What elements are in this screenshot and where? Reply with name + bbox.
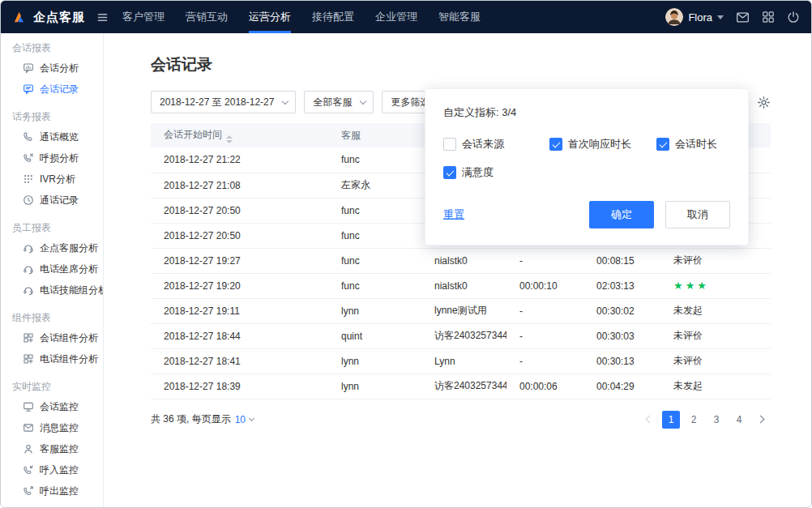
sidebar-item-label: IVR分析 — [40, 173, 75, 186]
sidebar-item[interactable]: 呼入监控 — [1, 459, 103, 480]
pager: 1234 — [639, 411, 771, 429]
page-title: 会话记录 — [151, 54, 771, 75]
prev-page-icon[interactable] — [639, 411, 657, 429]
table-row[interactable]: 2018-12-27 19:20funcnialstk000:00:1002:0… — [151, 273, 771, 298]
user-menu[interactable]: Flora — [665, 8, 724, 26]
cell-duration: 00:08:15 — [583, 248, 660, 273]
popup-title-label: 自定义指标: — [443, 106, 499, 118]
nav-item[interactable]: 营销互动 — [175, 1, 238, 33]
nav-item[interactable]: 企业管理 — [365, 1, 428, 33]
pagination-summary: 共 36 项, 每页显示 — [151, 412, 231, 426]
metric-option[interactable]: 会话来源 — [443, 137, 549, 152]
sidebar-item[interactable]: 呼出监控 — [1, 480, 103, 502]
sort-icon[interactable] — [226, 135, 233, 143]
sidebar-item[interactable]: 电话坐席分析 — [1, 258, 103, 280]
page-button[interactable]: 2 — [685, 411, 703, 429]
page-button[interactable]: 3 — [707, 411, 725, 429]
sidebar-item[interactable]: 企点客服分析 — [1, 237, 103, 258]
sidebar-item-label: 会话组件分析 — [40, 331, 98, 345]
phone-x-icon — [23, 152, 34, 164]
sidebar-item-label: 会话监控 — [40, 400, 79, 414]
chevron-down-icon — [282, 98, 288, 105]
reset-link[interactable]: 重置 — [443, 207, 464, 222]
message-icon — [23, 422, 34, 433]
sidebar-item[interactable]: 会话记录 — [1, 79, 103, 100]
checkbox-icon[interactable] — [443, 138, 456, 151]
custom-metrics-popup: 自定义指标: 3/4 会话来源首次响应时长会话时长满意度 重置 确定 取消 — [425, 88, 749, 245]
sidebar-item[interactable]: 通话记录 — [1, 190, 103, 211]
settings-gear-icon[interactable] — [757, 96, 771, 109]
chat-record-icon — [23, 83, 34, 95]
star-rating: ★★★ — [673, 280, 709, 292]
table-row[interactable]: 2018-12-27 19:27funcnialstk0-00:08:15未评价 — [151, 248, 771, 273]
table-row[interactable]: 2018-12-27 18:39lynn访客240325734400:00:06… — [151, 374, 771, 399]
sidebar-item[interactable]: 会话组件分析 — [1, 327, 103, 348]
nav-item[interactable]: 接待配置 — [301, 1, 365, 33]
sidebar-item[interactable]: IVR分析 — [1, 169, 103, 190]
metric-option-label: 首次响应时长 — [568, 137, 631, 152]
sidebar-item[interactable]: 电话组件分析 — [1, 348, 103, 369]
cell-start-time: 2018-12-27 19:11 — [151, 298, 328, 323]
chevron-down-icon — [360, 98, 366, 105]
table-row[interactable]: 2018-12-27 19:11lynnlynne测试用-00:30:02未发起 — [151, 298, 771, 323]
table-row[interactable]: 2018-12-27 18:41lynnLynn-00:30:13未评价 — [151, 348, 771, 374]
cell-satisfaction: 未评价 — [660, 323, 771, 348]
cell-agent: 左家永 — [328, 173, 421, 198]
nav-item[interactable]: 客户管理 — [112, 1, 175, 33]
cell-start-time: 2018-12-27 18:39 — [151, 374, 328, 399]
page-size-value: 10 — [235, 414, 246, 425]
sidebar-item[interactable]: 会话分析 — [1, 58, 103, 79]
cell-start-time: 2018-12-27 20:50 — [151, 198, 328, 223]
sidebar-item[interactable]: 电话技能组分析 — [1, 280, 103, 301]
logout-power-icon[interactable] — [787, 11, 800, 23]
date-range-select[interactable]: 2018-12-27 至 2018-12-27 — [151, 91, 296, 113]
nav-item[interactable]: 运营分析 — [238, 1, 301, 33]
cell-first-response: - — [506, 348, 583, 374]
page-size-select[interactable]: 10 — [235, 414, 254, 425]
cell-first-response: 00:00:10 — [506, 273, 583, 298]
cell-satisfaction: 未发起 — [660, 298, 771, 323]
confirm-button[interactable]: 确定 — [589, 201, 654, 228]
page-button[interactable]: 4 — [730, 411, 748, 429]
hamburger-menu-icon[interactable] — [96, 11, 109, 23]
sidebar-section-title: 会话报表 — [1, 41, 103, 55]
column-header: 客服 — [328, 123, 421, 147]
nav-item[interactable]: 智能客服 — [428, 1, 491, 33]
checkbox-icon[interactable] — [549, 138, 562, 151]
sidebar-item-label: 消息监控 — [40, 421, 79, 435]
sidebar: 会话报表会话分析会话记录话务报表通话概览呼损分析IVR分析通话记录员工报表企点客… — [1, 33, 104, 507]
sidebar-item[interactable]: 会话监控 — [1, 396, 103, 417]
component-icon — [23, 353, 34, 365]
agent-filter-value: 全部客服 — [313, 96, 352, 109]
page-button[interactable]: 1 — [662, 411, 680, 429]
cell-duration: 00:04:29 — [583, 374, 660, 399]
sidebar-item[interactable]: 客服监控 — [1, 438, 103, 459]
table-row[interactable]: 2018-12-27 18:44quint访客2403257344-00:30:… — [151, 323, 771, 348]
monitor-icon — [23, 401, 34, 412]
checkbox-icon[interactable] — [443, 166, 456, 179]
cell-first-response: - — [506, 248, 583, 273]
person-icon — [23, 443, 34, 455]
cancel-button[interactable]: 取消 — [665, 201, 730, 228]
column-header[interactable]: 会话开始时间 — [151, 123, 328, 147]
sidebar-item[interactable]: 通话概览 — [1, 126, 103, 147]
next-page-icon[interactable] — [753, 411, 771, 429]
metric-option[interactable]: 首次响应时长 — [549, 137, 656, 152]
sidebar-item[interactable]: 呼损分析 — [1, 147, 103, 169]
sidebar-item[interactable]: 消息监控 — [1, 417, 103, 438]
cell-visitor: lynne测试用 — [421, 298, 506, 323]
mail-icon[interactable] — [736, 11, 750, 24]
metric-option-label: 会话时长 — [675, 137, 717, 152]
metric-option-label: 会话来源 — [462, 137, 504, 152]
cell-visitor: nialstk0 — [421, 248, 506, 273]
primary-nav: 客户管理营销互动运营分析接待配置企业管理智能客服 — [112, 1, 491, 33]
sidebar-item-label: 会话记录 — [40, 83, 79, 96]
cell-duration: 00:30:02 — [583, 298, 660, 323]
agent-filter-select[interactable]: 全部客服 — [304, 91, 374, 113]
metric-option[interactable]: 满意度 — [443, 165, 549, 180]
apps-grid-icon[interactable] — [762, 11, 775, 23]
checkbox-icon[interactable] — [656, 138, 669, 151]
cell-agent: func — [328, 223, 421, 248]
headset-icon — [23, 242, 34, 254]
metric-option[interactable]: 会话时长 — [656, 137, 730, 152]
